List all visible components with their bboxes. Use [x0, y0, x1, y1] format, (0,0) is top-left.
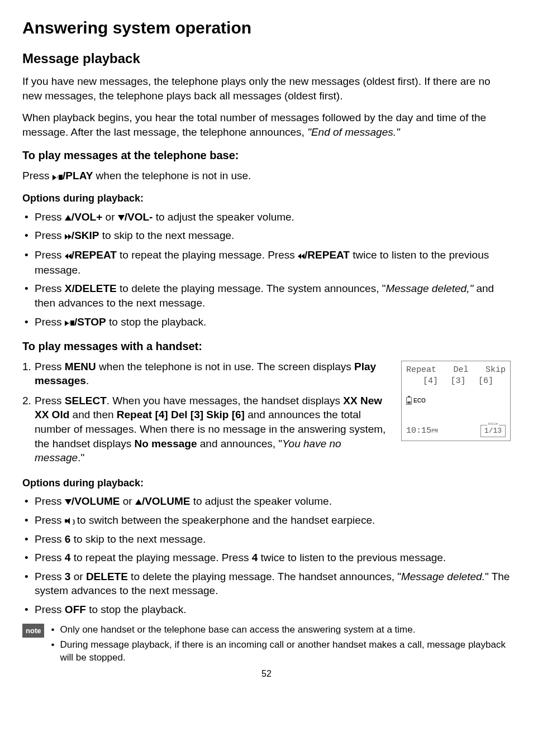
repeat-label: /REPEAT [72, 249, 117, 261]
t: to delete the playing message. The hands… [128, 571, 401, 582]
base-play-instruction: Press //PLAY when the telephone is not i… [22, 169, 511, 184]
t: PM [431, 428, 438, 434]
stop-label: /STOP [74, 316, 106, 328]
option-off: Press OFF to stop the playback. [22, 602, 511, 617]
option-four: Press 4 to repeat the playing message. P… [22, 551, 511, 565]
page-title: Answering system operation [22, 17, 511, 40]
option-volume: Press /VOLUME or /VOLUME to adjust the s… [22, 494, 511, 509]
intro-paragraph-1: If you have new messages, the telephone … [22, 74, 511, 103]
back-icon [65, 248, 72, 263]
note-box: note Only one handset or the telephone b… [22, 624, 511, 667]
note-list: Only one handset or the telephone base c… [50, 624, 511, 667]
t: Press [35, 229, 65, 241]
option-delete: Press X/DELETE to delete the playing mes… [22, 281, 511, 310]
t: ." [78, 452, 84, 463]
t: to repeat the playing message. Press [117, 249, 298, 261]
t: Press [35, 604, 65, 615]
note-1: Only one handset or the telephone base c… [50, 624, 511, 637]
forward-icon [65, 229, 72, 243]
lcd-k3: [3] [450, 376, 465, 387]
key-6: 6 [65, 533, 71, 545]
option-three: Press 3 or DELETE to delete the playing … [22, 570, 511, 598]
t: Press [35, 249, 65, 261]
t: Press [35, 495, 65, 507]
handset-heading: To play messages with a handset: [22, 339, 511, 354]
volume-label: /VOLUME [142, 495, 191, 507]
t: Press [35, 514, 65, 526]
t: to repeat the playing message. Press [70, 552, 251, 563]
t: twice to listen to the previous message. [258, 552, 446, 563]
repeat-label: /REPEAT [304, 249, 350, 261]
down-icon [65, 499, 72, 505]
section-heading: Message playback [22, 50, 511, 68]
page-number: 52 [22, 668, 511, 680]
step-2: 2. Press SELECT. When you have messages,… [22, 394, 392, 465]
up-icon [135, 499, 142, 505]
text: when the telephone is not in use. [93, 170, 251, 181]
key-4: 4 [252, 552, 258, 563]
handset-options-list: Press /VOLUME or /VOLUME to adjust the s… [22, 494, 511, 616]
up-icon [65, 215, 72, 221]
battery-icon [406, 397, 412, 405]
volume-label: /VOLUME [72, 495, 120, 507]
t: Press [35, 283, 65, 294]
t: and then [69, 409, 117, 420]
lcd-del: Del [453, 365, 468, 376]
option-stop: Press //STOP to stop the playback. [22, 315, 511, 330]
t: Press [35, 571, 65, 582]
delete-label: X/DELETE [65, 283, 117, 294]
t: or [102, 211, 117, 223]
play-stop-icon: / [65, 315, 74, 330]
off-label: OFF [65, 604, 86, 615]
no-message-label: No message [135, 438, 197, 449]
speaker-icon [65, 518, 73, 524]
t: . When you have messages, the handset di… [107, 395, 344, 406]
vol-plus: /VOL+ [72, 211, 102, 223]
t: and announces, " [197, 438, 282, 449]
eco-label: ECO [413, 397, 426, 405]
option-volume: Press /VOL+ or /VOL- to adjust the speak… [22, 210, 511, 224]
t: Press [35, 395, 65, 406]
note-2: During message playback, if there is an … [50, 639, 511, 664]
repeat-del-skip: Repeat [4] Del [3] Skip [6] [117, 409, 245, 420]
lcd-k4: [4] [423, 376, 438, 387]
t: to stop the playback. [106, 316, 207, 328]
lcd-repeat: Repeat [406, 365, 436, 376]
t: Press [35, 316, 65, 328]
key-4: 4 [65, 552, 71, 563]
play-stop-icon: / [53, 170, 63, 184]
intro-paragraph-2: When playback begins, you hear the total… [22, 111, 511, 139]
select-label: SELECT [65, 395, 107, 406]
deleted-quote: Message deleted. [401, 571, 485, 582]
lcd-skip: Skip [486, 365, 506, 376]
back-icon [298, 248, 304, 263]
handset-steps: 1. Press MENU when the telephone is not … [22, 360, 392, 465]
t: to switch between the speakerphone and t… [74, 514, 375, 526]
t: to skip to the next message. [99, 229, 234, 241]
lcd-k6: [6] [478, 376, 493, 387]
t: Press [35, 211, 65, 223]
option-speaker: Press )) to switch between the speakerph… [22, 513, 511, 528]
options-heading-2: Options during playback: [22, 476, 511, 490]
t: or [70, 571, 85, 582]
down-icon [118, 215, 125, 221]
vol-minus: /VOL- [125, 211, 153, 223]
base-options-list: Press /VOL+ or /VOL- to adjust the speak… [22, 210, 511, 330]
intro-2a: When playback begins, you hear the total… [22, 112, 486, 138]
t: to stop the playback. [86, 604, 187, 615]
t: when the telephone is not in use. The sc… [96, 361, 354, 372]
t: to delete the playing message. The syste… [117, 283, 386, 294]
lcd-msg-count: 1/13 [480, 425, 506, 437]
step-1: 1. Press MENU when the telephone is not … [22, 360, 392, 388]
t: or [120, 495, 135, 507]
text: Press [22, 170, 53, 181]
option-skip: Press /SKIP to skip to the next message. [22, 228, 511, 243]
t: to adjust the speaker volume. [153, 211, 294, 223]
lcd-screen: Repeat Del Skip [4] [3] [6] ECO 10:15PM … [401, 361, 511, 441]
menu-label: MENU [65, 361, 96, 372]
option-repeat: Press /REPEAT to repeat the playing mess… [22, 248, 511, 277]
options-heading-1: Options during playback: [22, 192, 511, 205]
t: Press [35, 533, 65, 545]
intro-2b: "End of messages." [307, 126, 400, 138]
key-3: 3 [65, 571, 71, 582]
